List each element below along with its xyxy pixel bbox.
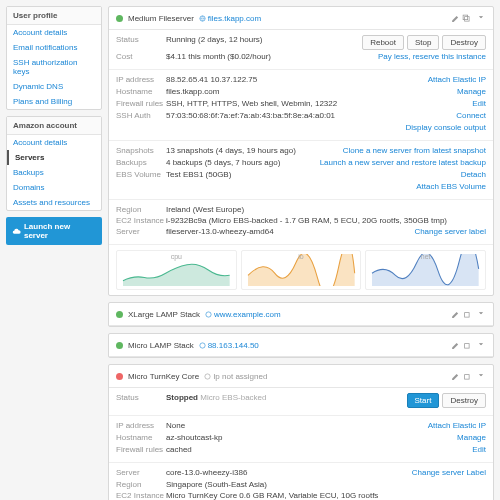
- edit-fw-link[interactable]: Edit: [472, 445, 486, 454]
- attach-eip-link[interactable]: Attach Elastic IP: [428, 75, 486, 84]
- ebs-value[interactable]: Test EBS1 (50GB): [166, 170, 461, 179]
- net-chart: net: [365, 250, 486, 290]
- destroy-button[interactable]: Destroy: [442, 393, 486, 408]
- status-dot-running-icon: [116, 311, 123, 318]
- server-build-value[interactable]: core-13.0-wheezy-i386: [166, 468, 412, 477]
- server-card-micro-turnkey: Micro TurnKey Core Ip not assigned Statu…: [108, 364, 494, 500]
- detach-link[interactable]: Detach: [461, 170, 486, 179]
- cost-value: $4.11 this month ($0.02/hour): [166, 52, 378, 61]
- server-name: Micro LAMP Stack: [128, 341, 194, 350]
- sidebar-item-ssh[interactable]: SSH authorization keys: [7, 55, 101, 79]
- reboot-button[interactable]: Reboot: [362, 35, 404, 50]
- status-value: Running (2 days, 12 hours): [166, 35, 362, 44]
- cpu-chart: cpu: [116, 250, 237, 290]
- ec2-value: i-9232Bc9a (Micro EBS-backed - 1.7 GB RA…: [166, 216, 486, 225]
- hostname-value: files.tkapp.com: [166, 87, 457, 96]
- copy-icon[interactable]: [462, 372, 471, 381]
- pencil-icon[interactable]: [451, 341, 460, 350]
- server-card-xlarge-lamp: XLarge LAMP Stack www.example.com: [108, 302, 494, 327]
- server-name: Micro TurnKey Core: [128, 372, 199, 381]
- sidebar-item-account[interactable]: Account details: [7, 25, 101, 40]
- sidebar-item-email[interactable]: Email notifications: [7, 40, 101, 55]
- ip-unassigned: Ip not assigned: [204, 372, 267, 381]
- ec2-value: Micro TurnKey Core 0.6 GB RAM, Variable …: [166, 491, 486, 500]
- cloud-upload-icon: [12, 227, 21, 236]
- expand-toggle[interactable]: [476, 339, 486, 351]
- start-button[interactable]: Start: [407, 393, 440, 408]
- copy-icon[interactable]: [462, 14, 471, 23]
- collapse-toggle[interactable]: [476, 370, 486, 382]
- status-dot-running-icon: [116, 15, 123, 22]
- server-name: XLarge LAMP Stack: [128, 310, 200, 319]
- region-value: Ireland (West Europe): [166, 205, 486, 214]
- collapse-toggle[interactable]: [476, 12, 486, 24]
- server-url-link[interactable]: www.example.com: [205, 310, 281, 319]
- sidebar-item-account2[interactable]: Account details: [7, 135, 101, 150]
- pencil-icon[interactable]: [451, 310, 460, 319]
- svg-point-3: [206, 311, 211, 316]
- svg-rect-1: [465, 16, 470, 21]
- expand-toggle[interactable]: [476, 308, 486, 320]
- change-label-link[interactable]: Change server Label: [412, 468, 486, 477]
- status-dot-stopped-icon: [116, 373, 123, 380]
- server-url-link[interactable]: 88.163.144.50: [199, 341, 259, 350]
- main-content: Medium Fileserver files.tkapp.com Status…: [108, 6, 494, 500]
- svg-rect-6: [465, 343, 470, 348]
- server-card-micro-lamp: Micro LAMP Stack 88.163.144.50: [108, 333, 494, 358]
- pencil-icon[interactable]: [451, 14, 460, 23]
- server-card-medium-fileserver: Medium Fileserver files.tkapp.com Status…: [108, 6, 494, 296]
- sidebar-item-servers[interactable]: Servers: [7, 150, 101, 165]
- attach-eip-link[interactable]: Attach Elastic IP: [428, 421, 486, 430]
- server-name: Medium Fileserver: [128, 14, 194, 23]
- launch-server-button[interactable]: Launch new server: [6, 217, 102, 245]
- ip-value: 88.52.65.41 10.37.122.75: [166, 75, 428, 84]
- restore-link[interactable]: Launch a new server and restore latest b…: [320, 158, 486, 167]
- sidebar-section-amazon: Amazon account: [7, 117, 101, 135]
- firewall-value: SSH, HTTP, HTTPS, Web shell, Webmin, 123…: [166, 99, 472, 108]
- backups-value[interactable]: 4 backups (5 days, 7 hours ago): [166, 158, 320, 167]
- sidebar-item-backups[interactable]: Backups: [7, 165, 101, 180]
- sidebar: User profile Account details Email notif…: [6, 6, 102, 500]
- snapshots-value[interactable]: 13 snapshots (4 days, 19 hours ago): [166, 146, 343, 155]
- stop-button[interactable]: Stop: [407, 35, 439, 50]
- svg-point-7: [205, 373, 210, 378]
- status-dot-running-icon: [116, 342, 123, 349]
- reserve-link[interactable]: Pay less, reserve this instance: [378, 52, 486, 61]
- sidebar-item-ddns[interactable]: Dynamic DNS: [7, 79, 101, 94]
- clone-link[interactable]: Clone a new server from latest snapshot: [343, 146, 486, 155]
- manage-link[interactable]: Manage: [457, 433, 486, 442]
- sidebar-section-user: User profile: [7, 7, 101, 25]
- region-value: Singapore (South-East Asia): [166, 480, 486, 489]
- ssh-value: 57:03:50:68:6f:7a:ef:7a:ab:43:ba:5f:8e:a…: [166, 111, 456, 120]
- svg-rect-4: [465, 312, 470, 317]
- ip-value: None: [166, 421, 428, 430]
- manage-link[interactable]: Manage: [457, 87, 486, 96]
- globe-icon: [204, 373, 211, 380]
- pencil-icon[interactable]: [451, 372, 460, 381]
- destroy-button[interactable]: Destroy: [442, 35, 486, 50]
- globe-icon: [199, 15, 206, 22]
- attach-ebs-link[interactable]: Attach EBS Volume: [416, 182, 486, 191]
- change-label-link[interactable]: Change server label: [414, 227, 486, 236]
- globe-icon: [199, 342, 206, 349]
- svg-rect-8: [465, 374, 470, 379]
- server-build-value[interactable]: fileserver-13.0-wheezy-amd64: [166, 227, 414, 236]
- server-url-link[interactable]: files.tkapp.com: [199, 14, 261, 23]
- cost-label: Cost: [116, 52, 166, 61]
- copy-icon[interactable]: [462, 341, 471, 350]
- sidebar-item-domains[interactable]: Domains: [7, 180, 101, 195]
- sidebar-item-billing[interactable]: Plans and Billing: [7, 94, 101, 109]
- copy-icon[interactable]: [462, 310, 471, 319]
- svg-point-5: [200, 342, 205, 347]
- hostname-value[interactable]: az-shoutcast-kp: [166, 433, 457, 442]
- status-label: Status: [116, 35, 166, 44]
- io-chart: io: [241, 250, 362, 290]
- sidebar-item-assets[interactable]: Assets and resources: [7, 195, 101, 210]
- firewall-value[interactable]: cached: [166, 445, 472, 454]
- svg-rect-2: [463, 15, 468, 20]
- console-link[interactable]: Display console output: [406, 123, 487, 132]
- edit-fw-link[interactable]: Edit: [472, 99, 486, 108]
- globe-icon: [205, 311, 212, 318]
- connect-link[interactable]: Connect: [456, 111, 486, 120]
